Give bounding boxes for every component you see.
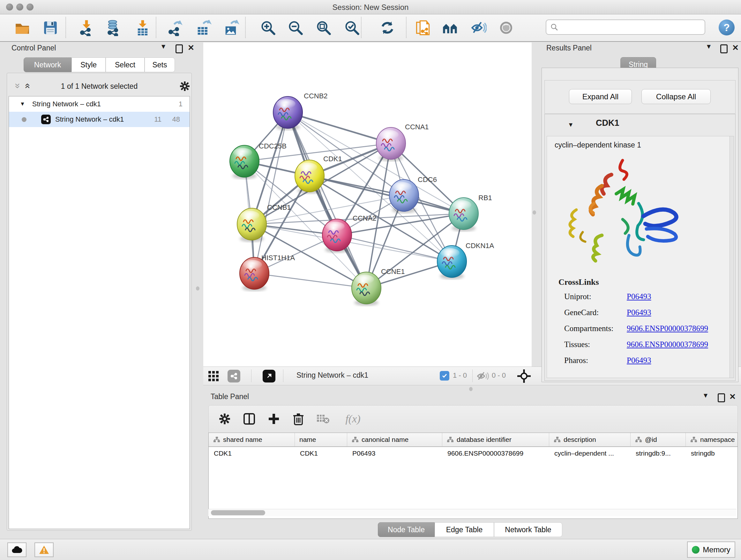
table-panel-float-button[interactable] bbox=[718, 393, 725, 402]
edge-CCNB2-HIST1H1A[interactable] bbox=[254, 112, 288, 273]
column-header-canonical-name[interactable]: canonical name bbox=[347, 433, 442, 446]
show-columns-button[interactable] bbox=[240, 410, 258, 428]
zoom-selected-button[interactable] bbox=[344, 19, 360, 36]
memory-button[interactable]: Memory bbox=[687, 542, 735, 558]
import-network-database-button[interactable] bbox=[105, 19, 122, 36]
delete-column-button[interactable] bbox=[289, 410, 307, 428]
control-panel-close-button[interactable] bbox=[188, 43, 194, 52]
export-table-button[interactable] bbox=[195, 19, 212, 36]
tab-edge-table[interactable]: Edge Table bbox=[434, 522, 494, 537]
collection-expander-icon[interactable]: ▼ bbox=[20, 101, 25, 107]
status-separator bbox=[472, 369, 473, 382]
network-type-toggle-icon[interactable] bbox=[227, 370, 240, 382]
delete-table-button[interactable] bbox=[314, 410, 332, 428]
table-cell[interactable]: stringdb:9... bbox=[630, 447, 686, 460]
selected-checkbox-icon[interactable] bbox=[440, 371, 449, 381]
node-table[interactable]: shared namenamecanonical namedatabase id… bbox=[208, 433, 738, 519]
column-header-label: canonical name bbox=[361, 436, 408, 443]
table-panel-menu-caret[interactable] bbox=[704, 391, 708, 400]
node-CCNA1[interactable]: CCNA1 bbox=[376, 123, 429, 161]
zoom-out-button[interactable] bbox=[287, 19, 304, 36]
table-cell[interactable]: P06493 bbox=[347, 447, 442, 460]
control-panel-float-button[interactable] bbox=[176, 44, 183, 53]
table-cell[interactable]: stringdb bbox=[686, 447, 738, 460]
node-HIST1H1A[interactable]: HIST1H1A bbox=[240, 254, 295, 291]
table-cell[interactable]: CDK1 bbox=[209, 447, 295, 460]
tab-network-table[interactable]: Network Table bbox=[494, 522, 562, 537]
string-network-graph[interactable]: CCNB2CCNA1CDC25BCDK1CDC6RB1CCNB1CCNA2CDK… bbox=[203, 43, 532, 367]
crosslink-value-link[interactable]: 9606.ENSP00000378699 bbox=[627, 340, 708, 349]
duplicate-attributes-button[interactable] bbox=[414, 19, 431, 36]
edge-CCNB2-CCNE1[interactable] bbox=[288, 112, 366, 288]
tab-style[interactable]: Style bbox=[71, 57, 106, 72]
section-expander-icon[interactable]: ▼ bbox=[568, 121, 574, 128]
crosslink-value-link[interactable]: P06493 bbox=[627, 308, 651, 317]
network-view-canvas[interactable]: CCNB2CCNA1CDC25BCDK1CDC6RB1CCNB1CCNA2CDK… bbox=[203, 43, 532, 367]
help-button[interactable] bbox=[719, 19, 735, 36]
edge-HIST1H1A-CCNE1[interactable] bbox=[254, 273, 366, 288]
crosslink-value-link[interactable]: 9606.ENSP00000378699 bbox=[627, 324, 708, 333]
column-header-shared-name[interactable]: shared name bbox=[209, 433, 295, 446]
hide-selected-button[interactable] bbox=[470, 19, 487, 36]
left-splitter-handle[interactable] bbox=[196, 287, 199, 291]
column-header-database-identifier[interactable]: database identifier bbox=[442, 433, 549, 446]
column-header-name[interactable]: name bbox=[295, 433, 347, 446]
warnings-button[interactable] bbox=[35, 543, 54, 557]
save-session-button[interactable] bbox=[42, 19, 59, 36]
node-CDK1[interactable]: CDK1 bbox=[295, 155, 342, 194]
import-network-file-button[interactable] bbox=[78, 19, 95, 36]
show-all-button[interactable] bbox=[498, 19, 515, 36]
zoom-fit-button[interactable] bbox=[315, 19, 332, 36]
column-header-namespace[interactable]: namespace bbox=[686, 433, 738, 446]
table-row[interactable]: CDK1CDK1P064939606.ENSP00000378699cyclin… bbox=[209, 447, 738, 460]
fit-content-crosshair-icon[interactable] bbox=[517, 369, 531, 383]
column-header-@id[interactable]: @id bbox=[630, 433, 686, 446]
right-splitter-handle[interactable] bbox=[533, 210, 536, 214]
table-panel-close-button[interactable] bbox=[729, 392, 736, 401]
control-panel-menu-caret[interactable] bbox=[161, 42, 165, 51]
tab-sets[interactable]: Sets bbox=[145, 57, 175, 72]
results-panel-float-button[interactable] bbox=[720, 44, 728, 53]
network-row-selected[interactable]: String Network – cdk1 11 48 bbox=[9, 112, 190, 127]
edge-CCNA2-CDKN1A[interactable] bbox=[337, 235, 452, 261]
results-panel-menu-caret[interactable] bbox=[707, 42, 711, 51]
node-CCNB2[interactable]: CCNB2 bbox=[273, 92, 328, 130]
tab-network[interactable]: Network bbox=[23, 57, 71, 72]
column-header-description[interactable]: description bbox=[549, 433, 630, 446]
crosslink-value-link[interactable]: P06493 bbox=[627, 292, 651, 301]
cloud-button[interactable] bbox=[7, 543, 26, 557]
grid-view-icon[interactable] bbox=[208, 370, 219, 382]
function-builder-button[interactable]: f(x) bbox=[339, 410, 367, 428]
tab-node-table[interactable]: Node Table bbox=[378, 522, 434, 537]
results-panel-close-button[interactable] bbox=[732, 43, 739, 52]
node-RB1[interactable]: RB1 bbox=[449, 194, 492, 232]
edge-CCNB2-CCNA1[interactable] bbox=[288, 112, 391, 143]
export-network-button[interactable] bbox=[166, 19, 183, 36]
open-session-button[interactable] bbox=[14, 19, 30, 36]
refresh-button[interactable] bbox=[379, 19, 396, 36]
results-scrollbar[interactable] bbox=[730, 136, 734, 378]
tab-select[interactable]: Select bbox=[106, 57, 145, 72]
scrollbar-thumb[interactable] bbox=[211, 510, 265, 515]
search-box[interactable] bbox=[546, 19, 705, 35]
collapse-all-button[interactable]: Collapse All bbox=[642, 89, 711, 104]
first-neighbors-button[interactable] bbox=[442, 19, 459, 36]
birdseye-view-toggle[interactable] bbox=[263, 370, 275, 382]
table-cell[interactable]: CDK1 bbox=[295, 447, 347, 460]
crosslink-value-link[interactable]: P06493 bbox=[627, 356, 651, 365]
node-label-CDC6: CDC6 bbox=[418, 176, 437, 184]
create-column-button[interactable] bbox=[265, 410, 283, 428]
network-collection-row[interactable]: ▼ String Network – cdk1 1 bbox=[9, 97, 190, 112]
table-horizontal-scrollbar[interactable] bbox=[208, 509, 737, 516]
table-cell[interactable]: 9606.ENSP00000378699 bbox=[442, 447, 549, 460]
export-image-button[interactable] bbox=[223, 19, 239, 36]
import-table-file-button[interactable] bbox=[134, 19, 151, 36]
expand-all-button[interactable]: Expand All bbox=[569, 89, 632, 104]
zoom-in-button[interactable] bbox=[260, 19, 276, 36]
table-cell[interactable]: cyclin–dependent ... bbox=[549, 447, 630, 460]
search-input[interactable] bbox=[558, 23, 704, 32]
edge-CDK1-RB1[interactable] bbox=[310, 176, 464, 213]
network-options-gear-icon[interactable] bbox=[179, 81, 190, 91]
node-CDKN1A[interactable]: CDKN1A bbox=[437, 242, 494, 279]
table-options-button[interactable] bbox=[216, 410, 233, 428]
